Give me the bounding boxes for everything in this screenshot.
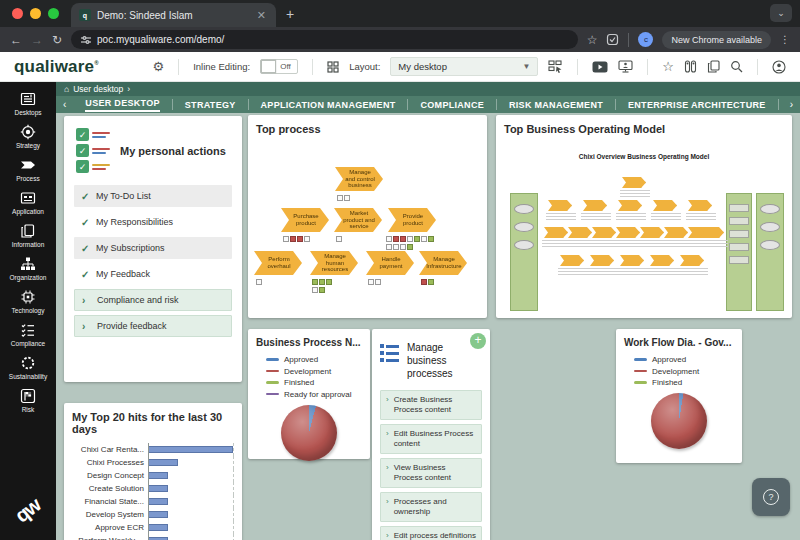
list-item-responsibilities[interactable]: ✓My Responsibilities [74, 211, 232, 233]
application-window-icon [20, 190, 36, 206]
list-item-subscriptions[interactable]: ✓My Subscriptions [74, 237, 232, 259]
process-node[interactable]: Manage human resources [310, 251, 358, 275]
reload-icon[interactable]: ↻ [52, 33, 62, 47]
card-top-process[interactable]: Top process Manage and control business … [248, 115, 487, 318]
layout-grid-icon [327, 61, 339, 73]
pie-chart [281, 405, 337, 461]
card-workflow-diagram[interactable]: Work Flow Dia. - Gov... ApprovedDevelopm… [616, 329, 742, 463]
process-node[interactable]: Handle payment [366, 251, 414, 275]
browser-window: q Demo: Sindeed Islam ✕ + ⌄ ← → ↻ poc.my… [0, 0, 800, 540]
close-tab-icon[interactable]: ✕ [255, 9, 268, 22]
home-icon[interactable]: ⌂ [64, 84, 69, 94]
layout-dropdown[interactable]: My desktop ▼ [390, 57, 538, 76]
sidebar-item-process[interactable]: Process [16, 157, 39, 182]
favorites-star-icon[interactable]: ☆ [662, 59, 674, 74]
tab-application-management[interactable]: APPLICATION MANAGEMENT [248, 99, 408, 110]
process-node[interactable]: Provide product [388, 208, 436, 232]
add-button[interactable]: + [470, 333, 486, 349]
list-item-create-bp[interactable]: ›Create Business Process content [380, 390, 482, 420]
sidebar-item-strategy[interactable]: Strategy [16, 124, 40, 149]
bar[interactable] [149, 511, 168, 518]
bom-process-arrow [590, 255, 614, 266]
back-icon[interactable]: ← [10, 33, 22, 47]
chrome-update-button[interactable]: New Chrome available [662, 31, 771, 49]
bar-category-label: Develop System [72, 510, 148, 519]
new-tab-button[interactable]: + [276, 0, 304, 27]
edit-layouts-icon[interactable] [548, 60, 563, 73]
browser-tab[interactable]: q Demo: Sindeed Islam ✕ [71, 3, 276, 27]
process-node[interactable]: Market product and service [334, 208, 382, 232]
sidebar-item-organization[interactable]: Organization [10, 256, 47, 281]
bar[interactable] [149, 485, 168, 492]
copy-pages-icon[interactable] [707, 60, 720, 73]
list-item-feedback[interactable]: ✓My Feedback [74, 263, 232, 285]
app-sidebar: Desktops Strategy Process Application In… [0, 82, 56, 540]
bar[interactable] [149, 459, 178, 466]
bom-annotation-lines [678, 268, 708, 276]
extensions-icon[interactable] [606, 33, 619, 46]
sidebar-item-compliance[interactable]: Compliance [11, 322, 45, 347]
process-node[interactable]: Manage and control business [335, 167, 383, 191]
inline-editing-toggle[interactable]: Off [260, 59, 298, 74]
video-icon[interactable] [592, 61, 608, 73]
bom-process-arrow [560, 255, 584, 266]
process-node[interactable]: Manage Infrastructure [419, 251, 467, 275]
presentation-icon[interactable] [618, 60, 633, 73]
profile-avatar[interactable]: c [638, 32, 653, 47]
address-bar[interactable]: poc.myqualiware.com/demo/ [71, 30, 578, 49]
card-top-business-operating-model[interactable]: Top Business Operating Model Chixi Overv… [496, 115, 792, 318]
sidebar-item-desktops[interactable]: Desktops [14, 91, 41, 116]
close-window-button[interactable] [12, 8, 23, 19]
search-icon[interactable] [730, 60, 743, 73]
documents-icon [20, 223, 36, 239]
sidebar-item-sustainability[interactable]: Sustainability [9, 355, 47, 380]
bookmark-star-icon[interactable]: ☆ [587, 33, 598, 47]
site-favicon-icon: q [79, 9, 91, 21]
breadcrumb-label[interactable]: User desktop [73, 84, 123, 94]
tabs-scroll-right-icon[interactable]: › [783, 99, 800, 110]
list-item-provide-feedback[interactable]: ›Provide feedback [74, 315, 232, 337]
list-item-todo[interactable]: ✓My To-Do List [74, 185, 232, 207]
process-node[interactable]: Perform overhaul [254, 251, 302, 275]
list-item-view-bp[interactable]: ›View Business Process content [380, 458, 482, 488]
forward-icon[interactable]: → [31, 33, 43, 47]
help-button[interactable]: ? [752, 478, 790, 516]
minimize-window-button[interactable] [30, 8, 41, 19]
site-settings-icon[interactable] [81, 35, 91, 45]
sidebar-item-information[interactable]: Information [12, 223, 45, 248]
bar[interactable] [149, 472, 168, 479]
settings-gear-icon[interactable]: ⚙ [152, 59, 164, 74]
tab-compliance[interactable]: COMPLIANCE [407, 99, 496, 110]
status-indicators [336, 236, 342, 242]
card-top-hits[interactable]: My Top 20 hits for the last 30 days Chix… [64, 403, 242, 540]
sidebar-item-application[interactable]: Application [12, 190, 44, 215]
maximize-window-button[interactable] [48, 8, 59, 19]
tabs-scroll-left-icon[interactable]: ‹ [56, 99, 73, 110]
list-item-compliance-risk[interactable]: ›Compliance and risk [74, 289, 232, 311]
views-panels-icon[interactable] [684, 60, 697, 73]
bom-process-arrow [583, 200, 607, 211]
sidebar-item-technology[interactable]: Technology [12, 289, 45, 314]
status-indicators [368, 279, 381, 285]
account-icon[interactable] [772, 60, 786, 74]
bar[interactable] [149, 446, 233, 453]
bom-process-arrow [620, 255, 644, 266]
chevron-right-icon: › [127, 84, 130, 94]
bom-process-arrow [548, 200, 572, 211]
tab-strategy[interactable]: STRATEGY [172, 99, 248, 110]
tab-risk-management[interactable]: RISK MANAGEMENT [496, 99, 615, 110]
bar[interactable] [149, 524, 168, 531]
window-controls[interactable] [0, 0, 71, 27]
browser-menu-icon[interactable]: ⋮ [780, 34, 790, 45]
list-item-edit-definitions[interactable]: ›Edit process definitions [380, 526, 482, 540]
sidebar-item-risk[interactable]: Risk [20, 388, 36, 413]
card-business-process-network[interactable]: Business Process N... ApprovedDevelopmen… [248, 329, 370, 459]
process-node[interactable]: Purchase product [281, 208, 329, 232]
list-item-processes-ownership[interactable]: ›Processes and ownership [380, 492, 482, 522]
tab-user-desktop[interactable]: USER DESKTOP [73, 99, 171, 110]
url-text: poc.myqualiware.com/demo/ [97, 34, 224, 45]
list-item-edit-bp[interactable]: ›Edit Business Process content [380, 424, 482, 454]
bar[interactable] [149, 498, 168, 505]
tab-enterprise-architecture[interactable]: ENTERPRISE ARCHITECTURE [615, 99, 778, 110]
tab-search-chevron-icon[interactable]: ⌄ [770, 4, 792, 22]
